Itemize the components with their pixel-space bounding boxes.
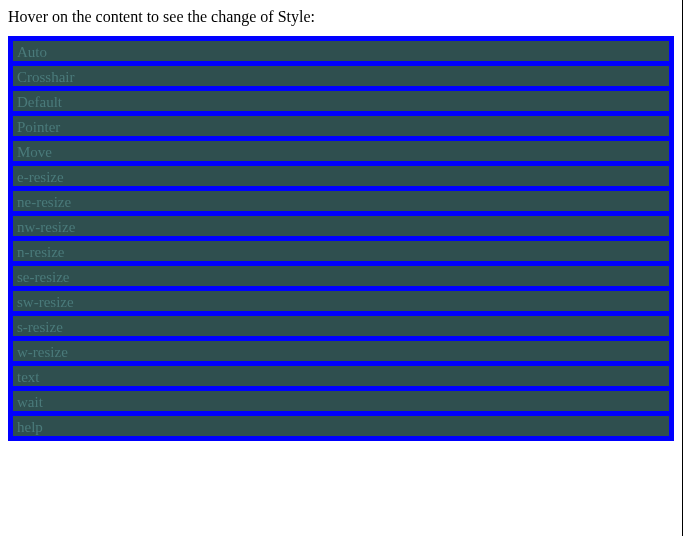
- cursor-item-n-resize[interactable]: n-resize: [12, 240, 670, 262]
- cursor-item-s-resize[interactable]: s-resize: [12, 315, 670, 337]
- cursor-item-se-resize[interactable]: se-resize: [12, 265, 670, 287]
- cursor-item-move[interactable]: Move: [12, 140, 670, 162]
- cursor-item-default[interactable]: Default: [12, 90, 670, 112]
- page-heading: Hover on the content to see the change o…: [8, 8, 674, 26]
- cursor-item-e-resize[interactable]: e-resize: [12, 165, 670, 187]
- cursor-item-text[interactable]: text: [12, 365, 670, 387]
- cursor-item-crosshair[interactable]: Crosshair: [12, 65, 670, 87]
- cursor-item-nw-resize[interactable]: nw-resize: [12, 215, 670, 237]
- cursor-item-ne-resize[interactable]: ne-resize: [12, 190, 670, 212]
- cursor-item-help[interactable]: help: [12, 415, 670, 437]
- cursor-item-auto[interactable]: Auto: [12, 40, 670, 62]
- cursor-list: Auto Crosshair Default Pointer Move e-re…: [8, 36, 674, 441]
- cursor-item-wait[interactable]: wait: [12, 390, 670, 412]
- cursor-item-w-resize[interactable]: w-resize: [12, 340, 670, 362]
- cursor-item-sw-resize[interactable]: sw-resize: [12, 290, 670, 312]
- cursor-item-pointer[interactable]: Pointer: [12, 115, 670, 137]
